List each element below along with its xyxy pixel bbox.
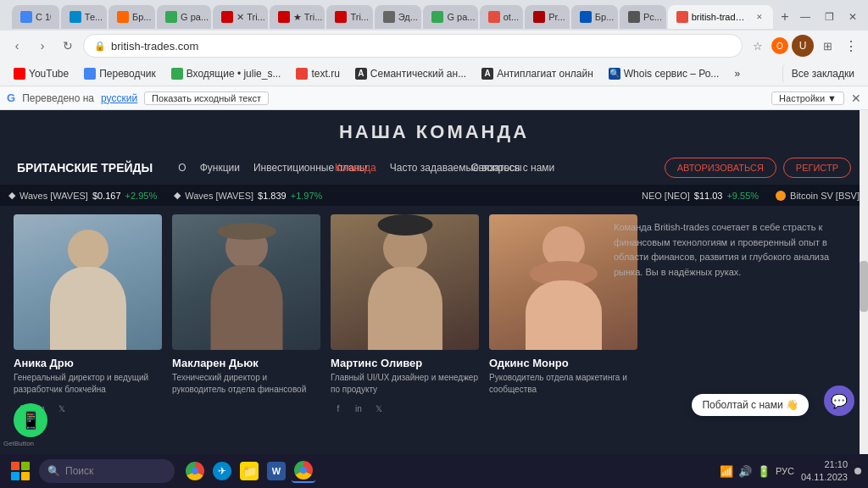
all-bookmarks-btn[interactable]: Все закладки (782, 64, 861, 83)
minimize-button[interactable]: — (797, 8, 814, 25)
network-icon[interactable]: 📶 (720, 465, 733, 478)
tab-label: Эд... (398, 12, 418, 22)
tab[interactable]: Те... (61, 5, 107, 29)
reload-button[interactable]: ↻ (58, 36, 78, 56)
maximize-button[interactable]: ❐ (821, 8, 837, 25)
login-button[interactable]: АВТОРИЗОВАТЬСЯ (665, 158, 776, 178)
twitter-link-3[interactable]: 𝕏 (371, 401, 387, 416)
register-button[interactable]: РЕГИСТР (783, 158, 851, 178)
tab[interactable]: C 10 (12, 5, 59, 29)
tab[interactable]: Tri... (326, 5, 372, 29)
volume-icon[interactable]: 🔊 (738, 465, 752, 478)
taskbar-chrome-icon[interactable] (183, 459, 207, 483)
translate-language-link[interactable]: русский (101, 92, 137, 104)
address-input-wrapper[interactable]: 🔒 british-trades.com (83, 34, 743, 58)
scrollbar-thumb[interactable] (860, 261, 868, 312)
tab[interactable]: Эд... (375, 5, 422, 29)
window-controls: — ❐ ✕ (797, 8, 861, 25)
taskbar-clock: 21:10 04.11.2023 (801, 458, 848, 485)
tab-favicon (70, 11, 81, 23)
address-bar-row: ‹ › ↻ 🔒 british-trades.com ☆ O U ⊞ ⋮ (0, 30, 868, 61)
clock-date: 04.11.2023 (801, 471, 848, 484)
tab-label: Pr... (548, 12, 565, 22)
linkedin-link-3[interactable]: in (351, 401, 366, 416)
price-ticker: ◆ Waves [WAVES] $0.167 +2.95% ◆ Waves [W… (0, 185, 868, 206)
bookmark-label: Whois сервис – Ро... (624, 68, 720, 80)
bookmark-youtube[interactable]: YouTube (7, 64, 75, 83)
bookmark-label: YouTube (29, 68, 69, 80)
profile-avatar[interactable]: U (792, 35, 814, 57)
battery-icon[interactable]: 🔋 (757, 465, 771, 478)
bookmark-star-button[interactable]: ☆ (748, 36, 768, 56)
forward-button[interactable]: › (32, 36, 53, 56)
word-logo: W (267, 462, 286, 480)
tab-favicon (221, 11, 233, 23)
tab[interactable]: ot... (480, 5, 524, 29)
bookmark-semantic[interactable]: A Семантический ан... (348, 64, 473, 83)
translator-favicon (84, 68, 96, 80)
chat-popup[interactable]: Поболтай с нами 👋 (692, 394, 809, 416)
bookmark-more-btn[interactable]: » (727, 64, 747, 83)
nav-item-contact[interactable]: Связаться с нами (471, 162, 531, 174)
twitter-link-1[interactable]: 𝕏 (54, 401, 70, 416)
tab-favicon (20, 11, 32, 23)
team-intro-paragraph: Команда British-trades сочетает в себе с… (614, 220, 851, 280)
tab[interactable]: Бр... (571, 5, 618, 29)
whatsapp-chat-button[interactable]: 📱 (14, 403, 47, 437)
ticker-item-neo: NEO [NEO] $11.03 +9.55% (642, 190, 759, 201)
extensions-button[interactable]: O (771, 37, 788, 54)
taskbar-active-chrome[interactable] (292, 459, 315, 483)
translate-settings-btn[interactable]: Настройки ▼ (771, 92, 844, 105)
tab-close-btn[interactable]: ✕ (755, 11, 765, 23)
tab[interactable]: Бр... (108, 5, 155, 29)
new-tab-button[interactable]: + (775, 5, 795, 29)
team-member-role-2: Технический директор и руководитель отде… (172, 372, 320, 396)
team-intro-text: Команда British-trades сочетает в себе с… (614, 220, 851, 280)
extensions-puzzle-button[interactable]: ⊞ (817, 36, 837, 56)
nav-item-faq[interactable]: Часто задаваемые вопросы (390, 162, 458, 174)
all-bookmarks-label: Все закладки (792, 68, 854, 80)
language-indicator[interactable]: РУС (776, 466, 794, 476)
taskbar-word-icon[interactable]: W (264, 459, 288, 483)
nav-item-team[interactable]: Команда (335, 162, 376, 174)
nav-item-features[interactable]: Функции (200, 162, 240, 174)
tab[interactable]: Pr... (525, 5, 570, 29)
tab-label: Бр... (132, 12, 152, 22)
facebook-link-3[interactable]: f (331, 401, 346, 416)
tab[interactable]: ★ Tri... (270, 5, 325, 29)
google-g: G (7, 92, 15, 104)
bookmark-whois[interactable]: 🔍 Whois сервис – Ро... (602, 64, 726, 83)
tab[interactable]: G pa... (157, 5, 211, 29)
tab-active[interactable]: british-trades.com ✕ (668, 5, 773, 29)
tab[interactable]: ✕ Tri... (213, 5, 268, 29)
taskbar-explorer-icon[interactable]: 📁 (237, 459, 261, 483)
taskbar-telegram-icon[interactable]: ✈ (210, 459, 234, 483)
back-button[interactable]: ‹ (7, 36, 27, 56)
address-actions: ☆ O U ⊞ ⋮ (748, 35, 861, 57)
win-tile-red (11, 462, 19, 470)
scrollbar[interactable] (860, 110, 868, 488)
translate-close-btn[interactable]: ✕ (851, 92, 861, 105)
bookmark-textru[interactable]: text.ru (289, 64, 346, 83)
tab[interactable]: G pa... (423, 5, 477, 29)
browser-menu-button[interactable]: ⋮ (841, 36, 861, 56)
tab[interactable]: Рс... (620, 5, 666, 29)
notification-dot[interactable] (854, 468, 861, 474)
telegram-logo: ✈ (213, 462, 231, 480)
start-button[interactable] (7, 458, 34, 485)
taskbar-search[interactable]: 🔍 Поиск (39, 459, 175, 483)
team-card-img-1 (14, 214, 162, 350)
tab-bar: C 10 Те... Бр... G pa... ✕ Tri... ★ Tri.… (0, 0, 868, 30)
nav-item-o[interactable]: О (178, 162, 186, 174)
show-original-btn[interactable]: Показать исходный текст (144, 92, 269, 105)
team-card-img-2 (172, 214, 320, 350)
bookmark-inbox[interactable]: Входящие • julie_s... (164, 64, 288, 83)
close-button[interactable]: ✕ (844, 8, 861, 25)
nav-item-plans[interactable]: Инвестиционные планы (253, 162, 321, 174)
team-card-1: Аника Дрю Генеральный директор и ведущий… (14, 214, 162, 416)
bookmark-translator[interactable]: Переводчик (77, 64, 163, 83)
taskbar: 🔍 Поиск ✈ 📁 W 📶 🔊 🔋 РУС 21:10 04.11.2023 (0, 454, 868, 488)
team-member-name-4: Одкинс Монро (489, 357, 637, 369)
bookmark-antiplagiat[interactable]: A Антиплагиат онлайн (475, 64, 600, 83)
chat-open-button[interactable]: 💬 (824, 385, 854, 416)
